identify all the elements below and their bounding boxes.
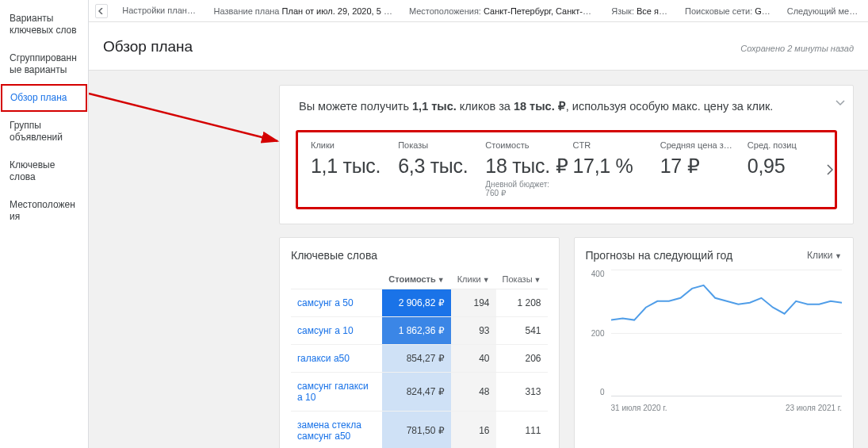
forecast-metric-selector[interactable]: Клики	[807, 250, 842, 261]
metric-ctr[interactable]: CTR 17,1 %	[567, 140, 654, 197]
back-button[interactable]	[95, 4, 108, 18]
y-axis-ticks: 400 200 0	[586, 270, 608, 396]
sidebar-item-keywords[interactable]: Ключевые слова	[0, 151, 88, 191]
table-row: замена стекла самсунг а50 781,50 ₽ 16 11…	[291, 412, 548, 449]
plan-networks[interactable]: Поисковые сети: Google	[685, 6, 773, 16]
plan-period[interactable]: Следующий месяц 1	[787, 6, 862, 16]
sidebar-item-keyword-ideas[interactable]: Варианты ключевых слов	[0, 5, 88, 44]
saved-indicator: Сохранено 2 минуты назад	[740, 44, 854, 53]
keyword-link[interactable]: замена стекла самсунг а50	[291, 412, 382, 449]
plan-settings-label[interactable]: Настройки плана i	[122, 6, 199, 17]
page-title: Обзор плана	[103, 38, 193, 56]
metric-avg-cpc[interactable]: Средняя цена за клик 17 ₽	[654, 140, 741, 197]
metrics-next-button[interactable]	[824, 158, 836, 182]
col-clicks[interactable]: Клики▼	[451, 270, 496, 289]
sidebar: Варианты ключевых слов Сгруппированные в…	[0, 0, 89, 448]
plan-name[interactable]: Название плана План от июл. 29, 2020, 5 …	[214, 6, 395, 16]
chevron-right-icon	[827, 164, 833, 175]
keyword-link[interactable]: самсунг а 50	[291, 289, 382, 317]
plan-language[interactable]: Язык: Все языки	[611, 6, 671, 16]
keyword-link[interactable]: самсунг а 10	[291, 317, 382, 345]
table-row: самсунг а 10 1 862,36 ₽ 93 541	[291, 317, 548, 345]
info-icon: i	[197, 6, 200, 17]
col-impressions[interactable]: Показы▼	[496, 270, 548, 289]
keyword-link[interactable]: самсунг галакси а 10	[291, 373, 382, 412]
chevron-down-icon	[835, 100, 845, 106]
metrics-row: Клики 1,1 тыс. Показы 6,3 тыс. Стоимость…	[296, 130, 837, 209]
lower-cards: Ключевые слова Стоимость▼ Клики▼ Показы▼…	[279, 237, 854, 448]
metric-clicks[interactable]: Клики 1,1 тыс.	[304, 140, 392, 197]
summary-card: Вы можете получить 1,1 тыс. кликов за 18…	[279, 85, 854, 224]
page-header: Обзор плана Сохранено 2 минуты назад	[89, 22, 868, 71]
keywords-table: Стоимость▼ Клики▼ Показы▼ самсунг а 50 2…	[291, 270, 548, 448]
page-content: Обзор плана Сохранено 2 минуты назад Вы …	[89, 22, 868, 448]
plot-area	[611, 270, 843, 396]
sidebar-item-locations[interactable]: Местоположения	[0, 191, 88, 231]
plan-settings-bar: Настройки плана i Название плана План от…	[89, 0, 868, 22]
forecast-chart: 400 200 0 31 июля 2020 г. 23 июля 2021 г…	[586, 270, 843, 412]
x-axis-ticks: 31 июля 2020 г. 23 июля 2021 г.	[611, 404, 843, 412]
metric-avg-position[interactable]: Сред. позиц 0,95	[741, 140, 828, 197]
chevron-left-icon	[98, 8, 105, 14]
summary-headline: Вы можете получить 1,1 тыс. кликов за 18…	[299, 100, 837, 113]
keywords-card: Ключевые слова Стоимость▼ Клики▼ Показы▼…	[279, 237, 560, 448]
metric-impressions[interactable]: Показы 6,3 тыс.	[392, 140, 479, 197]
col-keyword	[291, 270, 382, 289]
expand-icon[interactable]	[835, 97, 845, 109]
forecast-card: Прогнозы на следующий год Клики 400 200 …	[574, 237, 855, 448]
table-row: самсунг а 50 2 906,82 ₽ 194 1 208	[291, 289, 548, 317]
plan-locations[interactable]: Местоположения: Санкт-Петербург, Санкт-П…	[409, 6, 597, 16]
sidebar-item-grouped-ideas[interactable]: Сгруппированные варианты	[0, 44, 88, 84]
table-row: самсунг галакси а 10 824,47 ₽ 48 313	[291, 373, 548, 412]
sidebar-item-ad-groups[interactable]: Группы объявлений	[0, 112, 88, 151]
table-row: галакси а50 854,27 ₽ 40 206	[291, 345, 548, 373]
keyword-link[interactable]: галакси а50	[291, 345, 382, 373]
forecast-title: Прогнозы на следующий год	[586, 249, 733, 262]
col-cost[interactable]: Стоимость▼	[382, 270, 450, 289]
keywords-title: Ключевые слова	[291, 249, 548, 262]
metric-cost[interactable]: Стоимость 18 тыс. ₽ Дневной бюджет: 760 …	[479, 140, 566, 197]
sidebar-item-plan-overview[interactable]: Обзор плана	[1, 84, 87, 112]
